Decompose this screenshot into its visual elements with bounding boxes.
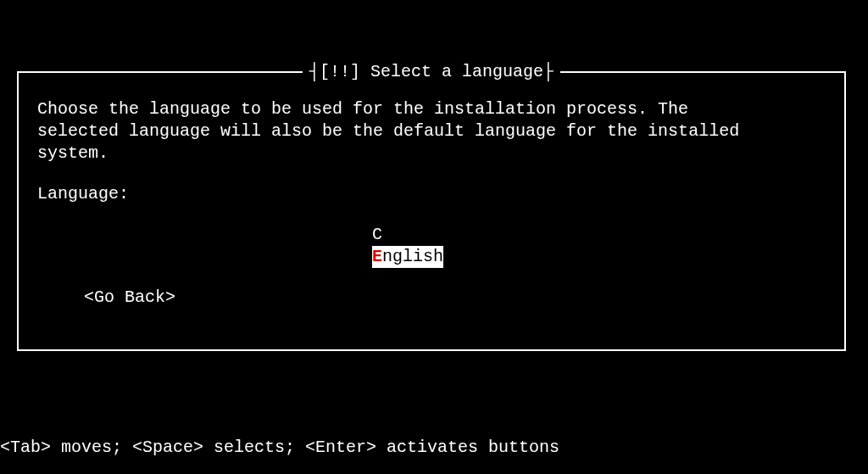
hotkey-letter: E — [372, 247, 382, 266]
title-border-left: ┤ — [309, 61, 320, 83]
language-option-english[interactable]: English — [372, 246, 443, 268]
dialog-content: Choose the language to be used for the i… — [19, 73, 844, 326]
language-dialog: ┤ [!!] Select a language ├ Choose the la… — [17, 71, 846, 351]
language-field-label: Language: — [37, 183, 826, 205]
dialog-title: ┤ [!!] Select a language ├ — [303, 61, 560, 83]
dialog-description: Choose the language to be used for the i… — [37, 98, 826, 165]
title-border-right: ├ — [543, 61, 554, 83]
footer-help-text: <Tab> moves; <Space> selects; <Enter> ac… — [0, 437, 559, 459]
language-list: C English — [37, 224, 826, 268]
language-option-c[interactable]: C — [372, 224, 382, 246]
go-back-button[interactable]: <Go Back> — [37, 287, 826, 309]
title-text: [!!] Select a language — [320, 62, 543, 81]
option-rest: nglish — [382, 247, 443, 266]
